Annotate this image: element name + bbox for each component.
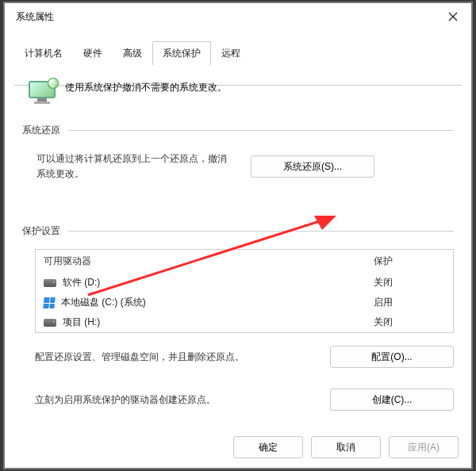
col-drive: 可用驱动器 xyxy=(44,255,374,268)
system-restore-button[interactable]: 系统还原(S)... xyxy=(251,155,374,178)
dialog-footer: 确定 取消 应用(A) xyxy=(5,427,471,468)
configure-row: 配置还原设置、管理磁盘空间，并且删除还原点。 配置(O)... xyxy=(35,346,454,368)
drive-list-header: 可用驱动器 保护 xyxy=(36,250,453,273)
configure-text: 配置还原设置、管理磁盘空间，并且删除还原点。 xyxy=(35,350,244,364)
group-title-protect: 保护设置 xyxy=(22,224,60,238)
close-icon xyxy=(448,12,458,21)
create-button[interactable]: 创建(C)... xyxy=(330,389,454,411)
tab-remote[interactable]: 远程 xyxy=(211,41,251,65)
tab-advanced[interactable]: 高级 xyxy=(113,41,152,65)
col-status: 保护 xyxy=(374,255,445,268)
divider xyxy=(68,130,454,131)
intro-row: 使用系统保护撤消不需要的系统更改。 xyxy=(29,81,454,103)
apply-button[interactable]: 应用(A) xyxy=(389,436,459,458)
restore-row: 可以通过将计算机还原到上一个还原点，撤消系统更改。 系统还原(S)... xyxy=(36,151,454,182)
drive-row[interactable]: 项目 (H:) 关闭 xyxy=(36,312,453,332)
group-title-restore: 系统还原 xyxy=(22,124,60,137)
tab-hardware[interactable]: 硬件 xyxy=(73,41,113,65)
tab-strip: 计算机名 硬件 高级 系统保护 远程 xyxy=(5,30,471,65)
drive-list: 可用驱动器 保护 软件 (D:) 关闭 本地磁盘 (C:) (系统) 启用 项目… xyxy=(35,249,454,333)
intro-text: 使用系统保护撤消不需要的系统更改。 xyxy=(65,81,227,94)
drive-status: 关闭 xyxy=(374,316,445,329)
group-system-restore: 系统还原 xyxy=(22,124,454,137)
tab-content: 使用系统保护撤消不需要的系统更改。 系统还原 可以通过将计算机还原到上一个还原点… xyxy=(5,65,471,427)
drive-status: 启用 xyxy=(374,296,445,309)
drive-row[interactable]: 软件 (D:) 关闭 xyxy=(36,273,453,293)
hdd-icon xyxy=(44,279,56,287)
system-properties-window: 系统属性 计算机名 硬件 高级 系统保护 远程 使用系统保护撤消不需要的系统更改… xyxy=(5,3,471,468)
close-button[interactable] xyxy=(435,5,471,29)
cancel-button[interactable]: 取消 xyxy=(311,436,381,458)
tab-system-protection[interactable]: 系统保护 xyxy=(152,41,211,65)
drive-name: 本地磁盘 (C:) (系统) xyxy=(61,296,146,309)
system-protection-icon xyxy=(29,81,56,103)
drive-row[interactable]: 本地磁盘 (C:) (系统) 启用 xyxy=(36,293,453,312)
windows-icon xyxy=(43,297,55,308)
ok-button[interactable]: 确定 xyxy=(233,436,303,458)
titlebar: 系统属性 xyxy=(5,3,471,30)
restore-description: 可以通过将计算机还原到上一个还原点，撤消系统更改。 xyxy=(36,151,235,182)
drive-name: 软件 (D:) xyxy=(63,276,100,289)
group-protect-settings: 保护设置 xyxy=(22,224,454,238)
drive-status: 关闭 xyxy=(374,276,445,289)
window-title: 系统属性 xyxy=(16,10,54,24)
drive-name: 项目 (H:) xyxy=(63,316,100,329)
hdd-icon xyxy=(44,319,56,327)
create-text: 立刻为启用系统保护的驱动器创建还原点。 xyxy=(35,393,216,407)
divider xyxy=(68,231,454,232)
create-row: 立刻为启用系统保护的驱动器创建还原点。 创建(C)... xyxy=(35,389,454,411)
tab-computer-name[interactable]: 计算机名 xyxy=(14,41,73,65)
configure-button[interactable]: 配置(O)... xyxy=(330,346,454,368)
